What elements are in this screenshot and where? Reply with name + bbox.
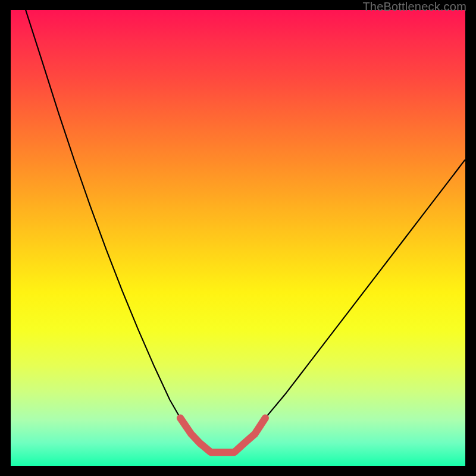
chart-frame: TheBottleneck.com <box>0 0 476 476</box>
bottleneck-curve <box>26 10 465 452</box>
chart-svg <box>11 10 465 466</box>
highlight-band <box>180 418 265 452</box>
